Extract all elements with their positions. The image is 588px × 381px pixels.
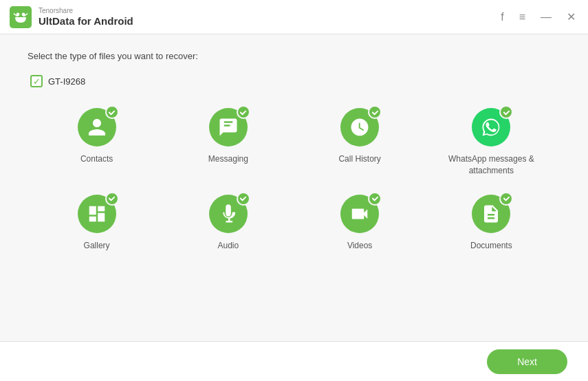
audio-check-badge — [237, 192, 250, 206]
close-button[interactable]: ✕ — [564, 10, 578, 24]
videos-check-badge — [368, 192, 382, 206]
gallery-icon-wrapper — [76, 193, 118, 235]
file-item-videos[interactable]: Videos — [298, 193, 422, 252]
call-history-label: Call History — [338, 153, 380, 165]
prompt-text: Select the type of files you want to rec… — [28, 51, 560, 61]
title-bar-left: Tenorshare UltData for Android — [10, 6, 133, 28]
file-grid: Contacts Messaging — [28, 107, 560, 251]
app-logo — [10, 6, 32, 28]
whatsapp-check-badge — [499, 105, 513, 119]
documents-label: Documents — [470, 240, 512, 252]
call-history-icon — [349, 117, 370, 138]
videos-icon — [349, 204, 370, 224]
title-bar-controls: f ≡ — ✕ — [498, 10, 578, 24]
app-name-top: Tenorshare — [39, 7, 133, 15]
call-history-icon-wrapper — [339, 107, 380, 148]
file-item-messaging[interactable]: Messaging — [166, 107, 290, 177]
audio-label: Audio — [218, 240, 239, 252]
file-item-audio[interactable]: Audio — [166, 193, 290, 252]
gallery-check-badge — [105, 192, 119, 206]
app-name-main: UltData for Android — [39, 15, 133, 28]
documents-check-badge — [499, 192, 513, 206]
device-checkbox[interactable]: ✓ — [30, 75, 43, 87]
contacts-label: Contacts — [80, 153, 113, 165]
bottom-bar: Next — [0, 341, 588, 381]
whatsapp-label: WhatsApp messages &attachments — [448, 153, 534, 177]
videos-label: Videos — [347, 240, 372, 252]
app-name-block: Tenorshare UltData for Android — [39, 7, 133, 28]
file-item-documents[interactable]: Documents — [429, 193, 554, 252]
contacts-check-badge — [105, 105, 119, 119]
menu-button[interactable]: ≡ — [516, 10, 528, 24]
messaging-check-icon — [239, 109, 247, 116]
documents-icon-wrapper — [470, 193, 512, 235]
whatsapp-check-icon — [503, 109, 510, 116]
messaging-icon-wrapper — [208, 107, 249, 148]
call-history-check-icon — [371, 109, 379, 116]
file-item-contacts[interactable]: Contacts — [34, 107, 159, 177]
audio-check-icon — [239, 195, 247, 202]
contacts-icon-wrapper — [76, 107, 118, 148]
minimize-button[interactable]: — — [538, 10, 554, 24]
device-row: ✓ GT-I9268 — [28, 75, 560, 87]
call-history-check-badge — [368, 105, 382, 119]
videos-icon-wrapper — [339, 193, 380, 235]
facebook-button[interactable]: f — [498, 10, 506, 24]
title-bar: Tenorshare UltData for Android f ≡ — ✕ — [0, 0, 588, 34]
main-content: Select the type of files you want to rec… — [0, 34, 588, 341]
documents-icon — [481, 204, 501, 224]
videos-check-icon — [371, 195, 379, 202]
messaging-check-badge — [237, 105, 250, 119]
file-item-whatsapp[interactable]: WhatsApp messages &attachments — [429, 107, 554, 177]
audio-icon-wrapper — [208, 193, 249, 235]
whatsapp-icon — [481, 117, 501, 138]
file-item-call-history[interactable]: Call History — [298, 107, 422, 177]
device-name: GT-I9268 — [48, 76, 85, 87]
messaging-icon — [218, 117, 239, 138]
gallery-icon — [87, 204, 107, 224]
audio-icon — [218, 204, 239, 224]
contacts-check-icon — [108, 109, 116, 116]
messaging-label: Messaging — [208, 153, 248, 165]
contacts-icon — [87, 117, 107, 138]
next-button[interactable]: Next — [487, 349, 567, 374]
file-item-gallery[interactable]: Gallery — [34, 193, 159, 252]
documents-check-icon — [503, 195, 510, 202]
gallery-check-icon — [108, 195, 116, 202]
checkbox-checkmark: ✓ — [33, 77, 41, 86]
whatsapp-icon-wrapper — [470, 107, 512, 148]
gallery-label: Gallery — [84, 240, 110, 252]
